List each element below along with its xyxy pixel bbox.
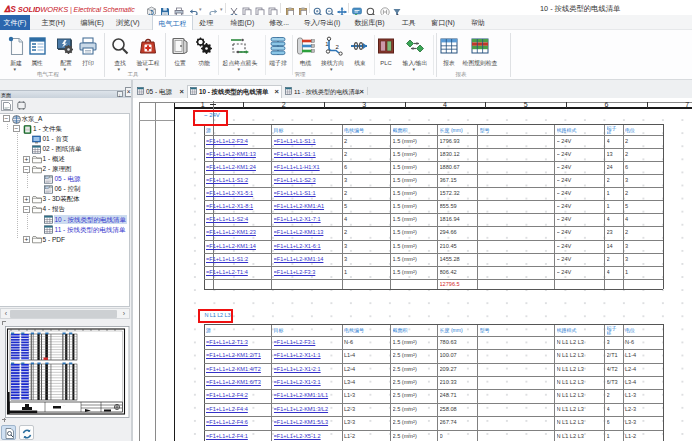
svg-text:...: ... [63, 404, 65, 407]
svg-text:2: 2 [335, 44, 339, 50]
